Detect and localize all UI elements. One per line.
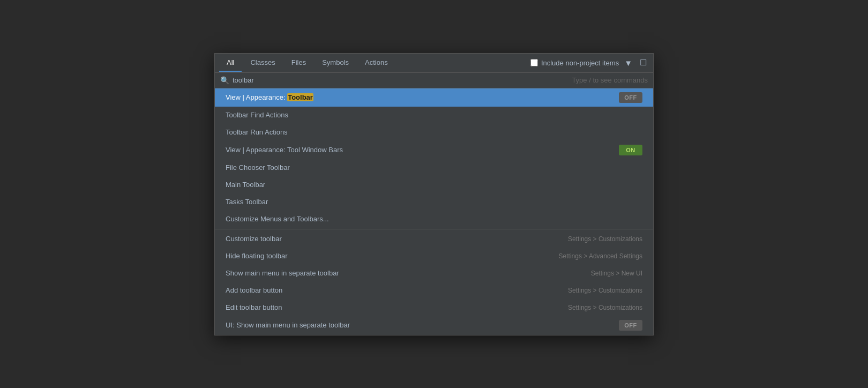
toggle-switch[interactable]: OFF: [619, 320, 642, 331]
result-item[interactable]: Toolbar Find Actions: [215, 107, 653, 124]
result-item[interactable]: View | Appearance: Toolbar OFF: [215, 88, 653, 107]
result-item[interactable]: UI: Show main menu in separate toolbar O…: [215, 316, 653, 334]
search-input[interactable]: [233, 76, 568, 84]
search-dialog: All Classes Files Symbols Actions Includ…: [214, 53, 654, 335]
item-label: Show main menu in separate toolbar: [226, 269, 591, 277]
result-item[interactable]: Show main menu in separate toolbar Setti…: [215, 265, 653, 282]
result-item[interactable]: View | Appearance: Tool Window Bars ON: [215, 141, 653, 159]
tab-classes[interactable]: Classes: [243, 54, 282, 72]
item-path: Settings > Advanced Settings: [559, 252, 642, 260]
item-label-highlight: Toolbar: [287, 93, 313, 101]
divider: [215, 229, 653, 229]
item-path: Settings > New UI: [591, 270, 642, 277]
result-item[interactable]: Customize Menus and Toolbars...: [215, 211, 653, 228]
non-project-checkbox[interactable]: [530, 59, 538, 66]
item-label: Main Toolbar: [226, 181, 642, 189]
item-label: Edit toolbar button: [226, 303, 568, 311]
tab-symbols[interactable]: Symbols: [315, 54, 356, 72]
filter-icon[interactable]: ▼: [622, 57, 634, 69]
result-item[interactable]: Customize toolbar Settings > Customizati…: [215, 230, 653, 248]
expand-icon[interactable]: ☐: [638, 57, 649, 69]
search-bar: 🔍 Type / to see commands: [215, 73, 653, 88]
item-label: Customize toolbar: [226, 235, 568, 243]
item-label: Customize Menus and Toolbars...: [226, 215, 642, 223]
result-item[interactable]: Add toolbar button Settings > Customizat…: [215, 282, 653, 299]
result-item[interactable]: Main Toolbar: [215, 176, 653, 193]
item-label: Hide floating toolbar: [226, 252, 559, 260]
item-label: Add toolbar button: [226, 286, 568, 294]
search-icon: 🔍: [220, 76, 229, 85]
item-label: UI: Show main menu in separate toolbar: [226, 321, 619, 329]
result-item[interactable]: Edit toolbar button Settings > Customiza…: [215, 299, 653, 316]
item-label: File Chooser Toolbar: [226, 163, 642, 171]
non-project-area: Include non-project items ▼ ☐: [530, 57, 649, 69]
item-path: Settings > Customizations: [568, 287, 642, 294]
tab-files[interactable]: Files: [284, 54, 313, 72]
tab-actions[interactable]: Actions: [357, 54, 395, 72]
tab-bar: All Classes Files Symbols Actions Includ…: [215, 54, 653, 73]
item-label: View | Appearance: Toolbar: [226, 93, 619, 101]
result-item[interactable]: Hide floating toolbar Settings > Advance…: [215, 248, 653, 265]
item-label: View | Appearance: Tool Window Bars: [226, 146, 619, 154]
item-label: Toolbar Find Actions: [226, 111, 642, 119]
search-hint: Type / to see commands: [572, 76, 648, 84]
item-label: Tasks Toolbar: [226, 198, 642, 206]
toggle-switch[interactable]: ON: [619, 145, 642, 155]
item-path: Settings > Customizations: [568, 304, 642, 311]
item-label: Toolbar Run Actions: [226, 128, 642, 136]
item-label-prefix: View | Appearance:: [226, 93, 287, 101]
result-item[interactable]: Toolbar Run Actions: [215, 124, 653, 141]
tab-all[interactable]: All: [219, 54, 242, 72]
non-project-label: Include non-project items: [541, 59, 619, 67]
results-list: View | Appearance: Toolbar OFF Toolbar F…: [215, 88, 653, 335]
result-item[interactable]: View: Show Main Toolbar OFF: [215, 334, 653, 335]
result-item[interactable]: File Chooser Toolbar: [215, 159, 653, 176]
toggle-switch[interactable]: OFF: [619, 92, 642, 103]
item-path: Settings > Customizations: [568, 235, 642, 243]
result-item[interactable]: Tasks Toolbar: [215, 193, 653, 211]
